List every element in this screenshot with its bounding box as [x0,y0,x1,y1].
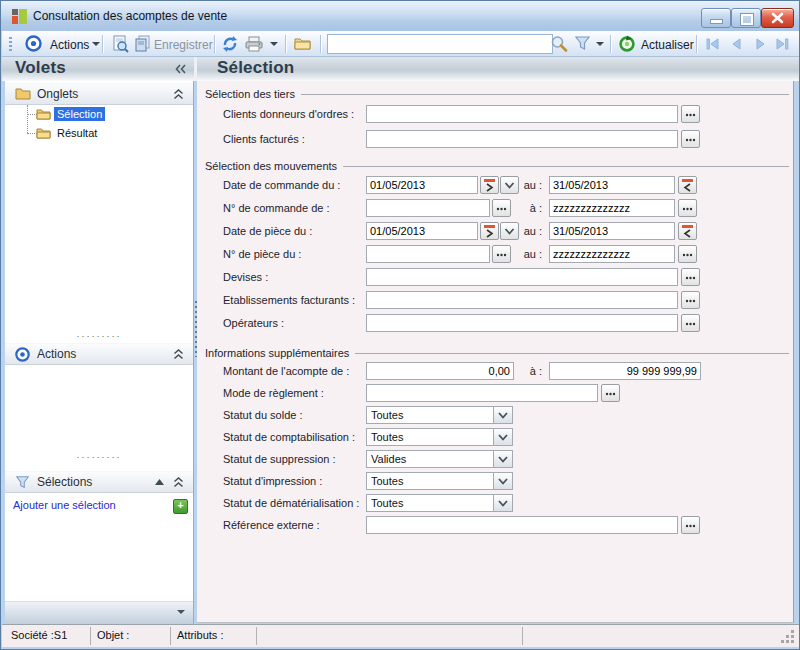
print-options-caret-icon[interactable] [270,42,278,46]
toolbar-grip[interactable] [9,37,12,51]
clients-factures-lookup-button[interactable] [681,130,700,148]
group-tiers-legend: Sélection des tiers [197,87,793,101]
funnel-icon [574,35,591,52]
refresh-button[interactable] [221,35,239,53]
field-label: N° de commande de : [223,202,330,214]
restore-button[interactable] [731,8,761,28]
date-commande-to-input[interactable] [549,176,675,194]
form-row: N° de commande de : à : [197,196,793,219]
select-dropdown-button[interactable] [493,495,512,511]
montant-to-input[interactable] [549,362,701,380]
resize-grip[interactable] [791,640,794,643]
devises-input[interactable] [366,268,678,286]
date-commande-from-input[interactable] [366,176,478,194]
nav-first-button[interactable] [704,36,721,52]
num-piece-to-input[interactable] [549,245,675,263]
nav-last-button[interactable] [774,36,791,52]
statut-comptabilisation-select[interactable]: Toutes [366,428,513,446]
form-row: Mode de règlement : [197,382,793,404]
statut-impression-select[interactable]: Toutes [366,472,513,490]
devises-lookup-button[interactable] [681,268,700,286]
mode-reglement-input[interactable] [366,384,598,402]
field-label: N° de pièce du : [223,248,301,260]
sort-up-icon[interactable] [155,479,164,486]
collapse-section-icon[interactable] [173,89,184,100]
collapse-section-icon[interactable] [173,477,184,488]
actualiser-label[interactable]: Actualiser [641,38,694,52]
chevron-down-icon [494,473,512,489]
field-label: Clients facturés : [223,133,305,145]
etablissements-lookup-button[interactable] [681,291,700,309]
filter-button[interactable] [574,35,591,52]
date-piece-to-input[interactable] [549,222,675,240]
reference-externe-input[interactable] [366,516,678,534]
toolbar-separator [214,35,215,53]
date-piece-to-calendar-button[interactable] [678,222,697,240]
preview-icon [111,35,129,53]
search-button[interactable] [550,35,568,53]
actions-section-header[interactable]: Actions [5,343,193,365]
preview-button[interactable] [111,35,129,53]
save-button-label[interactable]: Enregistrer [154,38,213,52]
num-commande-from-input[interactable] [366,199,490,217]
panel-bottom-bar[interactable] [5,601,193,624]
statut-suppression-select[interactable]: Valides [366,450,513,468]
num-commande-to-input[interactable] [549,199,675,217]
actions-caret-icon[interactable] [92,42,100,46]
left-panel: Onglets Sélection Résultat ········· [5,81,194,624]
actions-menu-label[interactable]: Actions [50,38,89,52]
select-dropdown-button[interactable] [493,407,512,423]
mode-reglement-lookup-button[interactable] [601,384,620,402]
onglets-section-header[interactable]: Onglets [5,83,193,105]
tree-item-selection[interactable]: Sélection [5,106,193,123]
panel-options-caret-icon[interactable] [177,610,185,614]
clients-donneurs-input[interactable] [366,105,678,123]
form-row: Date de pièce du : au : [197,219,793,242]
statut-dematerialisation-select[interactable]: Toutes [366,494,513,512]
operateurs-lookup-button[interactable] [681,314,700,332]
etablissements-input[interactable] [366,291,678,309]
search-input[interactable] [327,34,553,54]
filter-options-caret-icon[interactable] [596,42,604,46]
operateurs-input[interactable] [366,314,678,332]
selections-section-header[interactable]: Sélections [5,471,193,493]
minimize-button[interactable] [701,8,731,28]
save-button[interactable] [134,35,152,53]
field-label: Devises : [223,271,268,283]
close-button[interactable] [761,8,794,28]
num-piece-from-input[interactable] [366,245,490,263]
actions-menu-button[interactable] [25,35,42,52]
select-dropdown-button[interactable] [493,473,512,489]
field-label: Date de commande du : [223,179,340,191]
splitter-handle[interactable]: ········· [5,331,193,341]
splitter-handle[interactable]: ········· [5,452,193,462]
select-dropdown-button[interactable] [493,451,512,467]
select-dropdown-button[interactable] [493,429,512,445]
statut-solde-select[interactable]: Toutes [366,406,513,424]
clients-donneurs-lookup-button[interactable] [681,105,700,123]
status-empty-cell [257,627,523,645]
reference-externe-lookup-button[interactable] [681,516,700,534]
num-piece-to-lookup-button[interactable] [678,245,697,263]
collapse-section-icon[interactable] [173,349,184,360]
add-selection-link[interactable]: Ajouter une sélection [13,499,116,511]
group-mouvements-legend: Sélection des mouvements [197,159,793,173]
date-piece-from-input[interactable] [366,222,478,240]
clients-factures-input[interactable] [366,130,678,148]
tree-item-label[interactable]: Sélection [54,107,105,121]
field-label: Opérateurs : [223,317,284,329]
open-folder-button[interactable] [293,35,312,52]
panel-divider[interactable] [194,57,197,81]
tree-item-resultat[interactable]: Résultat [5,125,193,142]
print-button[interactable] [244,35,264,53]
actualiser-button[interactable] [618,35,636,53]
date-commande-to-calendar-button[interactable] [678,176,697,194]
panel-header-band [2,57,800,81]
nav-next-button[interactable] [752,36,769,52]
collapse-panel-button[interactable] [174,63,187,75]
tree-item-label[interactable]: Résultat [54,126,100,140]
num-commande-to-lookup-button[interactable] [678,199,697,217]
nav-previous-button[interactable] [728,36,745,52]
add-selection-button[interactable]: + [173,499,188,514]
legend-text: Sélection des tiers [205,88,295,100]
